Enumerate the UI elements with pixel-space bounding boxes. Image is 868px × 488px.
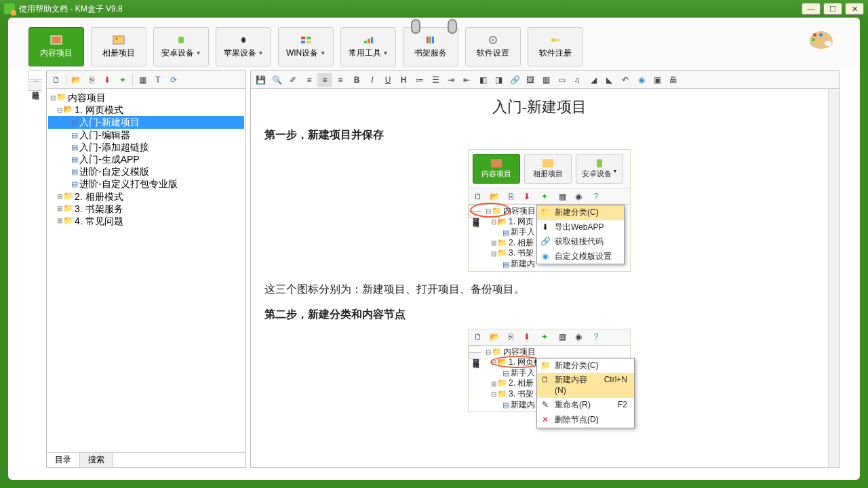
tree-node-2[interactable]: ⊞📁2. 相册模式 bbox=[48, 190, 244, 203]
tab-search[interactable]: 搜索 bbox=[80, 453, 113, 467]
content-tree[interactable]: ⊟📁内容项目 ⊟📂1. 网页模式 ▤入门-新建项目 ▤入门-编辑器 ▤入门-添加… bbox=[47, 89, 245, 452]
gear-icon bbox=[487, 35, 499, 45]
italic-icon[interactable]: I bbox=[365, 73, 380, 87]
svg-point-2 bbox=[115, 37, 118, 40]
key-icon bbox=[549, 35, 561, 45]
align-right-icon[interactable]: ≡ bbox=[333, 73, 348, 87]
ribbon-tools[interactable]: 常用工具▼ bbox=[340, 27, 396, 66]
save-icon[interactable]: 💾 bbox=[253, 73, 268, 87]
list-ol-icon[interactable]: ≔ bbox=[412, 73, 427, 87]
tag2-icon[interactable]: ◨ bbox=[491, 73, 506, 87]
copy-icon[interactable]: ⎘ bbox=[84, 73, 99, 87]
doc-icon: ▤ bbox=[71, 155, 78, 164]
tree-leaf[interactable]: ▤进阶-自定义模版 bbox=[48, 165, 244, 178]
titlebar: 使用帮助文档 - KM盒子 V9.8 — ☐ ✕ bbox=[0, 0, 868, 18]
outdent-icon[interactable]: ⇤ bbox=[459, 73, 474, 87]
tree-panel: 🗋 📂 ⎘ ⬇ ✦ ▦ T ⟳ ⊟📁内容项目 ⊟📂1. 网页模式 ▤入门-新建项… bbox=[46, 70, 246, 468]
link-icon[interactable]: 🔗 bbox=[507, 73, 522, 87]
bold-icon[interactable]: B bbox=[349, 73, 364, 87]
doc-icon: ▤ bbox=[71, 142, 78, 152]
color2-icon[interactable]: ◣ bbox=[601, 73, 616, 87]
left-side-tabs: 内容项目 相册项目 bbox=[28, 70, 42, 468]
tools-icon bbox=[362, 35, 374, 45]
indent-icon[interactable]: ⇥ bbox=[443, 73, 458, 87]
add-icon[interactable]: ✦ bbox=[115, 73, 130, 87]
browser-icon[interactable]: ◉ bbox=[634, 73, 649, 87]
menu-new-content: 🗋新建内容(N)Ctrl+N bbox=[537, 373, 634, 398]
color1-icon[interactable]: ◢ bbox=[586, 73, 601, 87]
svg-rect-19 bbox=[542, 159, 553, 167]
text-icon[interactable]: T bbox=[151, 73, 165, 87]
export-icon[interactable]: ⬇ bbox=[100, 73, 115, 87]
ribbon-settings[interactable]: 软件设置 bbox=[465, 27, 521, 66]
ribbon-album-project[interactable]: 相册项目 bbox=[91, 27, 146, 66]
minimize-button[interactable]: — bbox=[802, 3, 821, 15]
tree-leaf-selected[interactable]: ▤入门-新建项目 bbox=[48, 116, 244, 128]
screenshot-2: 🗋📂⎘⬇✦▦◉? 内容项目相册项目 ⊟📁内容项目 ⊟📂1. 网页模式 ▤新手入 … bbox=[468, 329, 631, 413]
tree-leaf[interactable]: ▤入门-生成APP bbox=[48, 153, 244, 165]
ribbon-apple[interactable]: 苹果设备▼ bbox=[216, 27, 271, 66]
ribbon-android[interactable]: 安卓设备▼ bbox=[153, 27, 209, 66]
table-icon[interactable]: ▦ bbox=[538, 73, 553, 87]
heading-icon[interactable]: H bbox=[396, 73, 411, 87]
svg-rect-20 bbox=[597, 159, 602, 167]
close-button[interactable]: ✕ bbox=[845, 3, 864, 15]
caret-down-icon: ▼ bbox=[383, 50, 389, 56]
new-icon[interactable]: 🗋 bbox=[49, 73, 64, 87]
clear-icon[interactable]: ✐ bbox=[285, 73, 300, 87]
ribbon-register[interactable]: 软件注册 bbox=[528, 27, 583, 66]
main-frame: 内容项目 相册项目 安卓设备▼ 苹果设备▼ WIN设备▼ 常用工具▼ 书架服务 … bbox=[8, 18, 860, 480]
undo-icon[interactable]: ↶ bbox=[618, 73, 633, 87]
list-ul-icon[interactable]: ☰ bbox=[428, 73, 443, 87]
svg-rect-10 bbox=[371, 37, 373, 43]
step-2-heading: 第二步，新建分类和内容节点 bbox=[264, 308, 814, 322]
tree-leaf[interactable]: ▤进阶-自定义打包专业版 bbox=[48, 178, 244, 190]
windows-icon bbox=[300, 35, 312, 45]
window-buttons: — ☐ ✕ bbox=[802, 3, 864, 15]
underline-icon[interactable]: U bbox=[380, 73, 395, 87]
paragraph-1: 这三个图标分别为：新建项目、打开项目、备份项目。 bbox=[264, 283, 814, 297]
tree-node-4[interactable]: ⊞📁4. 常见问题 bbox=[48, 215, 244, 227]
tree-leaf[interactable]: ▤入门-添加超链接 bbox=[48, 141, 244, 153]
doc-icon: ▤ bbox=[71, 167, 78, 176]
open-icon[interactable]: 📂 bbox=[68, 73, 83, 87]
context-menu-1: 📁新建分类(C) ⬇导出WebAPP 🔗获取链接代码 ◉自定义模版设置 bbox=[536, 205, 625, 264]
tree-node-3[interactable]: ⊞📁3. 书架服务 bbox=[48, 203, 244, 215]
audio-icon[interactable]: ♫ bbox=[570, 73, 585, 87]
app-window: 使用帮助文档 - KM盒子 V9.8 — ☐ ✕ 内容项目 相册项目 安卓设备▼… bbox=[0, 0, 868, 488]
video-icon[interactable]: ▭ bbox=[554, 73, 569, 87]
sidetab-content[interactable]: 内容项目 bbox=[28, 70, 42, 80]
tree-leaf[interactable]: ▤入门-编辑器 bbox=[48, 129, 244, 141]
ribbon-win[interactable]: WIN设备▼ bbox=[278, 27, 334, 66]
svg-rect-1 bbox=[113, 36, 124, 44]
refresh-icon[interactable]: ⟳ bbox=[166, 73, 181, 87]
doc-icon: ▤ bbox=[71, 117, 78, 127]
book-icon bbox=[50, 35, 62, 45]
sidetab-album[interactable]: 相册项目 bbox=[28, 81, 42, 91]
search-icon[interactable]: 🔍 bbox=[269, 73, 284, 87]
theme-palette-icon[interactable] bbox=[810, 31, 840, 57]
print-icon[interactable]: 🖶 bbox=[666, 73, 681, 87]
editor-panel: 💾 🔍 ✐ ≡ ≡ ≡ B I U H ≔ ☰ ⇥ ⇤ ◧ ◨ 🔗 bbox=[250, 70, 840, 468]
ribbon-content-project[interactable]: 内容项目 bbox=[28, 27, 84, 66]
tree-root[interactable]: ⊟📁内容项目 bbox=[48, 92, 244, 104]
editor-content[interactable]: 入门-新建项目 第一步，新建项目并保存 内容项目 相册项目 安卓设备▼ 🗋📂⎘⬇… bbox=[251, 89, 828, 467]
grid-icon[interactable]: ▦ bbox=[135, 73, 150, 87]
image-icon bbox=[113, 35, 125, 45]
image-icon[interactable]: 🖼 bbox=[523, 73, 538, 87]
app-logo-icon bbox=[4, 3, 15, 14]
tree-node-1[interactable]: ⊟📂1. 网页模式 bbox=[48, 104, 244, 116]
svg-rect-7 bbox=[307, 41, 311, 43]
editor-scrollbar[interactable] bbox=[828, 89, 839, 467]
align-left-icon[interactable]: ≡ bbox=[302, 73, 317, 87]
tree-bottom-tabs: 目录 搜索 bbox=[47, 452, 245, 467]
mini-toolbar-2: 🗋📂⎘⬇✦▦◉? bbox=[469, 329, 630, 346]
align-center-icon[interactable]: ≡ bbox=[317, 73, 332, 87]
mini-toolbar: 🗋📂⎘⬇✦▦◉? bbox=[469, 188, 630, 205]
tag1-icon[interactable]: ◧ bbox=[475, 73, 490, 87]
tab-toc[interactable]: 目录 bbox=[47, 453, 80, 467]
menu-new-category: 📁新建分类(C) bbox=[537, 359, 634, 373]
preview-icon[interactable]: ▣ bbox=[650, 73, 665, 87]
maximize-button[interactable]: ☐ bbox=[823, 3, 842, 15]
svg-rect-3 bbox=[178, 37, 184, 43]
